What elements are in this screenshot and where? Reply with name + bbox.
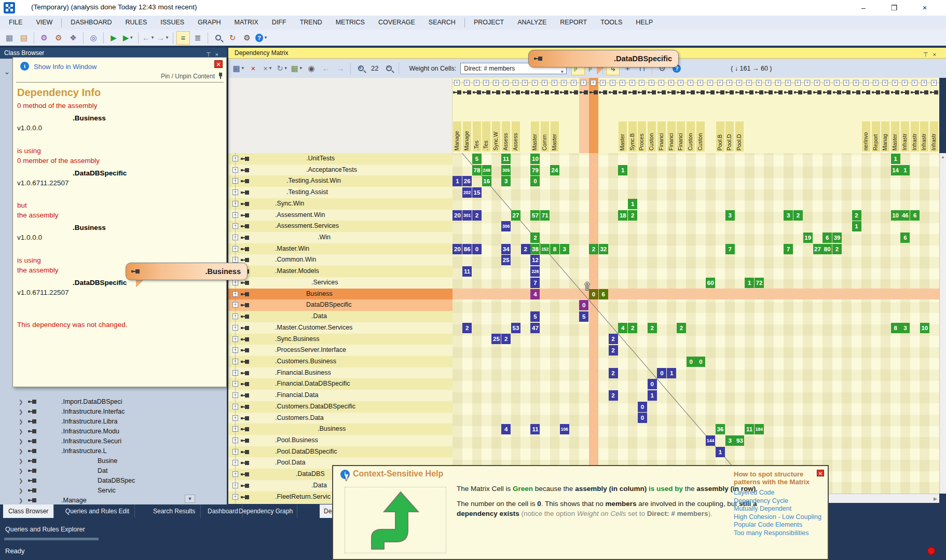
column-label[interactable]: Infrastr bbox=[930, 121, 938, 152]
matrix-row-label[interactable]: +.UnitTests bbox=[228, 153, 453, 165]
matrix-cell-r16-c47[interactable]: 3 bbox=[900, 323, 910, 333]
expand-chevron-icon[interactable]: ❯ bbox=[19, 419, 23, 425]
matrix-cell-r20-c22[interactable]: 0 bbox=[657, 368, 666, 378]
matrix-cell-r9-c6[interactable]: 34 bbox=[501, 244, 511, 254]
column-expander[interactable]: + bbox=[552, 80, 557, 86]
close-button[interactable]: × bbox=[913, 0, 937, 15]
matrix-cell-r12-c9[interactable]: 7 bbox=[530, 278, 540, 288]
column-label[interactable]: Sync.W bbox=[492, 121, 500, 152]
matrix-cell-r12-c32[interactable]: 72 bbox=[755, 278, 764, 288]
matrix-cell-r16-c18[interactable]: 4 bbox=[618, 323, 627, 333]
column-expander[interactable]: + bbox=[620, 80, 625, 86]
matrix-cell-r16-c7[interactable]: 53 bbox=[511, 323, 520, 333]
matrix-cell-r9-c11[interactable]: 8 bbox=[550, 244, 559, 254]
expand-chevron-icon[interactable]: ❯ bbox=[19, 458, 23, 464]
matrix-cell-r17-c6[interactable]: 2 bbox=[501, 334, 511, 344]
matrix-row-label[interactable]: +.Pool.Business bbox=[228, 435, 453, 446]
tab-queries-and-rules-edit[interactable]: Queries and Rules Edit bbox=[60, 504, 135, 518]
minimize-button[interactable]: – bbox=[852, 0, 875, 15]
matrix-cell-r26-c30[interactable]: 93 bbox=[735, 435, 744, 446]
analysis-status-icon[interactable] bbox=[927, 547, 936, 555]
column-expander[interactable]: + bbox=[600, 80, 606, 86]
matrix-row-label[interactable]: +.Assessment.Win bbox=[228, 210, 453, 221]
matrix-cell-r9-c2[interactable]: 86 bbox=[462, 244, 472, 254]
column-label[interactable]: Pool.D bbox=[725, 121, 734, 152]
matrix-cell-r26-c29[interactable]: 3 bbox=[725, 435, 735, 446]
matrix-cell-r9-c40[interactable]: 2 bbox=[832, 244, 842, 254]
column-expander[interactable]: + bbox=[561, 80, 567, 86]
matrix-cell-r6-c18[interactable]: 18 bbox=[618, 210, 627, 221]
column-expander[interactable]: + bbox=[834, 80, 840, 86]
menu-item-diff[interactable]: DIFF bbox=[265, 16, 293, 30]
column-expander[interactable]: + bbox=[756, 80, 762, 86]
column-expander[interactable]: + bbox=[912, 80, 917, 86]
column-expander[interactable]: + bbox=[454, 80, 460, 86]
column-expander[interactable]: + bbox=[639, 80, 645, 86]
matrix-row-label[interactable]: +.Sync.Business bbox=[228, 334, 453, 345]
menu-item-coverage[interactable]: COVERAGE bbox=[372, 16, 422, 30]
column-expander[interactable]: + bbox=[668, 80, 674, 86]
column-expander[interactable]: + bbox=[873, 80, 879, 86]
column-expander[interactable]: + bbox=[483, 80, 489, 86]
matrix-cell-r3-c4[interactable]: 16 bbox=[482, 176, 491, 186]
matrix-cell-r9-c1[interactable]: 20 bbox=[453, 244, 462, 254]
menu-item-view[interactable]: VIEW bbox=[29, 16, 59, 30]
column-label[interactable]: Pool.B bbox=[716, 121, 724, 152]
matrix-row-label[interactable]: +.Master.Win bbox=[228, 243, 453, 255]
column-expander[interactable]: + bbox=[902, 80, 908, 86]
expand-chevron-icon[interactable]: ❯ bbox=[19, 468, 23, 474]
column-expander[interactable]: + bbox=[795, 80, 801, 86]
column-expander[interactable]: + bbox=[717, 80, 723, 86]
matrix-cell-r9-c3[interactable]: 0 bbox=[472, 244, 482, 254]
column-label[interactable]: Report bbox=[872, 121, 880, 152]
column-label[interactable]: .Tes bbox=[482, 121, 490, 152]
matrix-cell-r17-c5[interactable]: 25 bbox=[491, 334, 501, 344]
preview-icon[interactable]: ◎ bbox=[87, 31, 100, 45]
matrix-cell-r23-c20[interactable]: 0 bbox=[638, 402, 647, 412]
matrix-cell-r3-c9[interactable]: 0 bbox=[530, 176, 540, 186]
column-label[interactable]: Master bbox=[551, 121, 559, 152]
column-expander[interactable]: + bbox=[581, 80, 586, 86]
matrix-cell-r16-c21[interactable]: 2 bbox=[648, 323, 657, 333]
matrix-cell-r9-c10[interactable]: 152 bbox=[540, 244, 550, 254]
matrix-cell-r6-c9[interactable]: 57 bbox=[530, 210, 540, 221]
help-link-too-many-responsibilities[interactable]: Too many Responsibilities bbox=[734, 529, 823, 538]
matrix-row-label[interactable]: +.Pool.DataDBSpecific bbox=[228, 446, 453, 458]
matrix-cell-r4-c2[interactable]: 202 bbox=[462, 187, 472, 198]
matrix-cell-r2-c9[interactable]: 79 bbox=[530, 165, 540, 175]
matrix-cell-r1-c3[interactable]: 5 bbox=[472, 154, 482, 164]
pin-icon[interactable]: ⊤ bbox=[923, 51, 933, 58]
expand-chevron-icon[interactable]: ❯ bbox=[19, 399, 23, 405]
matrix-cell-r16-c46[interactable]: 8 bbox=[891, 323, 900, 333]
tree-item[interactable]: ❯Dat bbox=[0, 466, 227, 475]
column-expander[interactable]: + bbox=[726, 80, 732, 86]
matrix-cell-r4-c3[interactable]: 15 bbox=[472, 187, 482, 198]
matrix-row-label[interactable]: +.Sync.Win bbox=[228, 198, 453, 210]
column-expander[interactable]: + bbox=[785, 80, 791, 86]
matrix-cell-r1-c6[interactable]: 11 bbox=[501, 154, 511, 164]
matrix-cell-r2-c18[interactable]: 1 bbox=[618, 165, 627, 175]
matrix-cell-r13-c16[interactable]: 6 bbox=[599, 289, 608, 299]
menu-item-graph[interactable]: GRAPH bbox=[191, 16, 227, 30]
column-expander[interactable]: + bbox=[610, 80, 615, 86]
search-icon[interactable] bbox=[211, 31, 225, 45]
matrix-cell-r1-c9[interactable]: 10 bbox=[530, 154, 540, 164]
column-expander[interactable]: + bbox=[474, 80, 479, 86]
menu-item-matrix[interactable]: MATRIX bbox=[228, 16, 265, 30]
tree-item[interactable]: ❯.Infrastructure.L bbox=[0, 446, 227, 456]
column-expander[interactable]: + bbox=[765, 80, 771, 86]
menu-item-metrics[interactable]: METRICS bbox=[329, 16, 372, 30]
matrix-cell-r7-c6[interactable]: 306 bbox=[501, 221, 511, 231]
matrix-cell-r8-c37[interactable]: 19 bbox=[803, 233, 813, 243]
tree-item[interactable]: ❯.Infrastructure.Securi bbox=[0, 436, 227, 446]
queries-rules-explorer-title[interactable]: Queries and Rules Explorer bbox=[5, 526, 85, 533]
matrix-cell-r10-c6[interactable]: 25 bbox=[501, 255, 511, 265]
matrix-cell-r6-c3[interactable]: 2 bbox=[472, 210, 482, 221]
clear-selection-icon[interactable]: ×▼ bbox=[261, 62, 275, 75]
matrix-cell-r14-c14[interactable]: 0 bbox=[579, 300, 588, 310]
matrix-cell-r6-c47[interactable]: 46 bbox=[900, 210, 910, 221]
matrix-cell-r6-c2[interactable]: 301 bbox=[462, 210, 472, 221]
help-close-icon[interactable]: ✕ bbox=[817, 470, 824, 476]
column-expander[interactable]: + bbox=[503, 80, 509, 86]
popup-close-icon[interactable]: ✕ bbox=[214, 60, 223, 68]
